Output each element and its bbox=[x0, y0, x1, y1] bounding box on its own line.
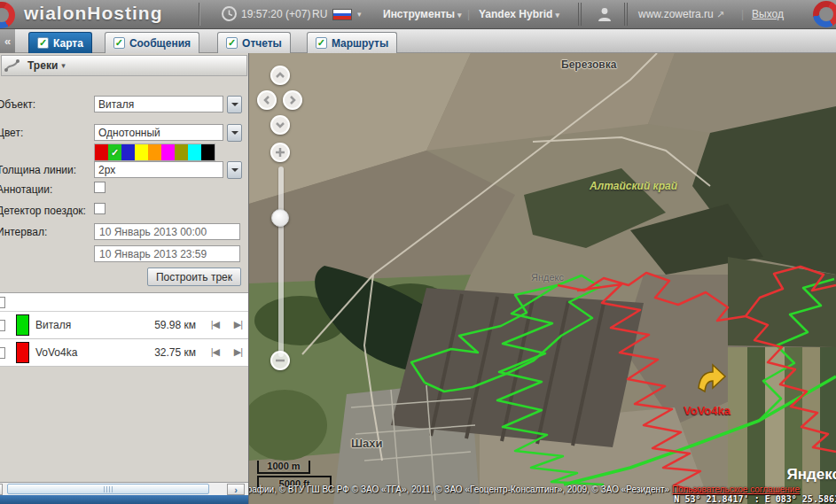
map-label-shahi: Шахи bbox=[351, 437, 383, 450]
annotations-label: Аннотации: bbox=[0, 183, 52, 196]
wialon-app: wialonHosting 19:57:20 (+07) RU ▾ Инстру… bbox=[0, 0, 836, 504]
scroll-right-button[interactable]: › bbox=[227, 484, 245, 495]
track-color-swatch[interactable] bbox=[16, 314, 29, 336]
tools-menu[interactable]: Инструменты▾ bbox=[383, 8, 462, 20]
palette-swatch-orange[interactable] bbox=[148, 144, 161, 160]
track-last-point-button[interactable]: ▶| bbox=[234, 346, 242, 358]
scrollbar-grip bbox=[104, 486, 113, 492]
zoom-slider-track[interactable] bbox=[278, 167, 284, 357]
language-selector[interactable]: RU bbox=[312, 8, 327, 20]
palette-swatch-cyan[interactable] bbox=[188, 144, 201, 160]
interval-to-input[interactable]: 10 Январь 2013 23:59 bbox=[94, 245, 240, 262]
user-icon[interactable] bbox=[596, 6, 613, 27]
palette-swatch-red[interactable] bbox=[95, 144, 108, 160]
app-logo: wialonHosting bbox=[24, 3, 163, 24]
select-all-checkbox[interactable] bbox=[0, 297, 5, 308]
attribution-text: графии, © ВТУ ГШ ВС РФ © ЗАО «ТГА», 2011… bbox=[249, 485, 672, 494]
palette-swatch-blue[interactable] bbox=[121, 144, 135, 160]
pan-left-button[interactable] bbox=[257, 90, 277, 110]
tab-messages[interactable]: ✓ Сообщения bbox=[105, 32, 199, 53]
trip-detector-checkbox[interactable] bbox=[94, 203, 105, 214]
divider: | bbox=[467, 8, 470, 20]
map-label-region: Алтайский край bbox=[590, 180, 677, 192]
logout-link[interactable]: Выход bbox=[752, 8, 784, 20]
scrollbar-thumb[interactable] bbox=[7, 484, 209, 494]
object-label: Объект: bbox=[0, 98, 35, 111]
annotations-checkbox[interactable] bbox=[94, 182, 105, 193]
pan-right-button[interactable] bbox=[283, 90, 302, 110]
map-label-vovo4ka: VoVo4ka bbox=[684, 404, 731, 417]
line-width-select[interactable]: 2px bbox=[94, 161, 223, 178]
tab-routes-checkbox[interactable]: ✓ bbox=[316, 37, 327, 49]
zoom-in-button[interactable] bbox=[270, 143, 290, 162]
build-track-button[interactable]: Построить трек bbox=[147, 268, 241, 286]
pan-up-button[interactable] bbox=[270, 66, 290, 85]
tab-label: Сообщения bbox=[129, 37, 191, 50]
current-time: 19:57:20 (+07) bbox=[241, 8, 310, 20]
track-row-vovo4ka[interactable]: VoVo4ka 32.75 км |◀ ▶| bbox=[0, 339, 249, 367]
track-first-point-button[interactable]: |◀ bbox=[211, 319, 219, 330]
map-area[interactable]: Березовка Алтайский край Яндекс Шахи VoV… bbox=[249, 53, 836, 504]
zoom-out-button[interactable] bbox=[270, 351, 290, 370]
cursor-coordinates: N 53° 21.8417' : E 083° 25.5861 bbox=[674, 494, 836, 504]
track-checkbox[interactable] bbox=[0, 320, 5, 331]
palette-swatch-olive[interactable] bbox=[175, 144, 188, 160]
russian-flag-icon[interactable] bbox=[332, 9, 352, 20]
check-icon: ✓ bbox=[115, 38, 123, 48]
tab-reports[interactable]: ✓ Отчеты bbox=[217, 32, 291, 53]
line-width-label: Толщина линии: bbox=[0, 164, 76, 176]
palette-swatch-black[interactable] bbox=[201, 144, 215, 160]
track-first-point-button[interactable]: |◀ bbox=[211, 346, 219, 358]
zoom-slider-thumb[interactable] bbox=[271, 209, 289, 227]
pan-down-button[interactable] bbox=[270, 115, 290, 135]
tools-menu-label: Инструменты bbox=[383, 8, 455, 20]
map-label-berezovka: Березовка bbox=[561, 58, 616, 71]
interval-label: Интервал: bbox=[0, 226, 47, 238]
track-checkbox[interactable] bbox=[0, 347, 5, 359]
tab-map[interactable]: ✓ Карта bbox=[28, 32, 92, 53]
map-source-menu[interactable]: Yandex Hybrid▾ bbox=[479, 8, 559, 20]
yandex-logo[interactable]: Яндекс bbox=[787, 466, 836, 484]
color-mode-dropdown-button[interactable] bbox=[227, 124, 242, 142]
line-width-dropdown-button[interactable] bbox=[227, 161, 242, 179]
palette-swatch-magenta[interactable] bbox=[161, 144, 175, 160]
check-icon: ✓ bbox=[39, 38, 47, 48]
site-link[interactable]: www.zowetra.ru ↗ bbox=[638, 8, 724, 20]
collapse-panel-button[interactable]: « bbox=[0, 29, 15, 53]
color-label: Цвет: bbox=[0, 127, 23, 139]
track-color-swatch[interactable] bbox=[16, 342, 29, 363]
clock-icon bbox=[222, 6, 237, 25]
scroll-left-button[interactable] bbox=[0, 484, 3, 495]
track-name: VoVo4ka bbox=[35, 346, 77, 359]
map-attribution: графии, © ВТУ ГШ ВС РФ © ЗАО «ТГА», 2011… bbox=[249, 485, 836, 494]
horizontal-scrollbar[interactable]: › bbox=[0, 482, 249, 495]
palette-swatch-green[interactable]: ✓ bbox=[108, 144, 121, 160]
color-mode-select[interactable]: Однотонный bbox=[94, 124, 223, 141]
track-distance: 59.98 км bbox=[154, 319, 196, 331]
chevron-down-icon[interactable]: ▾ bbox=[357, 10, 362, 19]
chevron-down-icon: ▾ bbox=[61, 61, 66, 70]
chevron-down-icon: ▾ bbox=[457, 11, 462, 19]
user-agreement-link[interactable]: Пользовательское соглашение bbox=[672, 485, 800, 494]
object-select[interactable]: Виталя bbox=[94, 96, 223, 112]
yandex-watermark: Яндекс bbox=[531, 272, 564, 283]
panel-bottom-strip bbox=[0, 495, 249, 504]
chevron-down-icon: ▾ bbox=[555, 11, 559, 19]
tab-map-checkbox[interactable]: ✓ bbox=[37, 37, 49, 49]
palette-swatch-yellow[interactable] bbox=[135, 144, 148, 160]
track-last-point-button[interactable]: ▶| bbox=[234, 319, 242, 330]
tracks-panel: Треки ▾ Объект: Виталя Цвет: Однотонный … bbox=[0, 53, 249, 504]
divider bbox=[578, 3, 582, 26]
tab-reports-checkbox[interactable]: ✓ bbox=[226, 37, 238, 49]
tabbar: « ✓ Карта ✓ Сообщения ✓ Отчеты ✓ Маршрут… bbox=[0, 29, 836, 53]
interval-from-input[interactable]: 10 Январь 2013 00:00 bbox=[94, 223, 240, 240]
tracks-icon bbox=[4, 58, 20, 73]
track-row-vitalya[interactable]: Виталя 59.98 км |◀ ▶| bbox=[0, 312, 249, 339]
tab-routes[interactable]: ✓ Маршруты bbox=[307, 32, 397, 53]
tab-label: Карта bbox=[53, 37, 83, 50]
tab-messages-checkbox[interactable]: ✓ bbox=[113, 37, 125, 49]
panel-header[interactable]: Треки ▾ bbox=[1, 55, 247, 76]
track-list-header-row bbox=[0, 292, 249, 312]
external-link-icon: ↗ bbox=[716, 9, 724, 19]
object-select-dropdown-button[interactable] bbox=[227, 96, 242, 113]
